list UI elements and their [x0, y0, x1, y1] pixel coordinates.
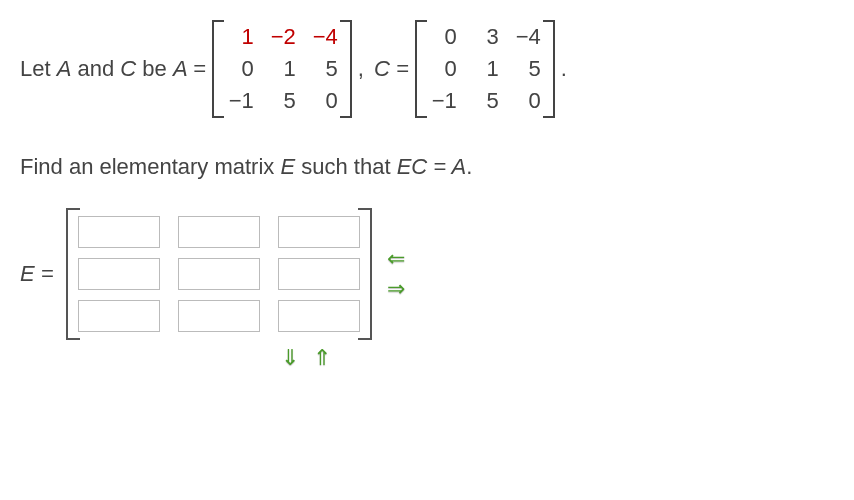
answer-area: E = ⇐ ⇒	[20, 208, 834, 340]
e-equals: E =	[20, 261, 54, 287]
text-intro: Let A and C be A =	[20, 56, 206, 82]
e-cell-0-0[interactable]	[78, 216, 160, 248]
remove-column-icon[interactable]: ⇐	[384, 247, 408, 271]
input-matrix-e	[66, 208, 372, 340]
e-cell-2-0[interactable]	[78, 300, 160, 332]
problem-statement-line1: Let A and C be A = 1 −2 −4 0 1 5 −1 5 0 …	[20, 20, 834, 118]
e-cell-1-1[interactable]	[178, 258, 260, 290]
column-resize-controls: ⇐ ⇒	[384, 247, 408, 301]
add-row-icon[interactable]: ⇓	[278, 346, 302, 370]
c-equals: C =	[374, 56, 409, 82]
comma: ,	[358, 56, 364, 82]
var-a: A	[57, 56, 72, 81]
remove-row-icon[interactable]: ⇑	[310, 346, 334, 370]
var-e: E	[280, 154, 295, 179]
var-c: C	[120, 56, 136, 81]
e-cell-0-1[interactable]	[178, 216, 260, 248]
add-column-icon[interactable]: ⇒	[384, 277, 408, 301]
matrix-a: 1 −2 −4 0 1 5 −1 5 0	[216, 20, 348, 118]
e-cell-2-2[interactable]	[278, 300, 360, 332]
e-cell-1-2[interactable]	[278, 258, 360, 290]
e-cell-0-2[interactable]	[278, 216, 360, 248]
e-cell-2-1[interactable]	[178, 300, 260, 332]
matrix-c: 0 3 −4 0 1 5 −1 5 0	[419, 20, 551, 118]
row-resize-controls: ⇓ ⇑	[278, 346, 834, 370]
e-cell-1-0[interactable]	[78, 258, 160, 290]
question-text: Find an elementary matrix E such that EC…	[20, 154, 834, 180]
period: .	[561, 56, 567, 82]
